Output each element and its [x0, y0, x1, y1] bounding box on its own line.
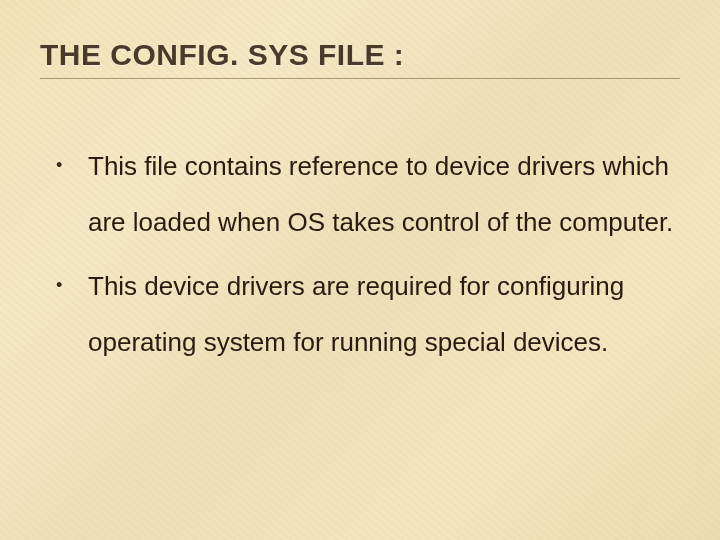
list-item: This device drivers are required for con… [50, 259, 680, 371]
slide-title: THE CONFIG. SYS FILE : [40, 38, 680, 79]
list-item: This file contains reference to device d… [50, 139, 680, 251]
slide: THE CONFIG. SYS FILE : This file contain… [0, 0, 720, 540]
slide-content: This file contains reference to device d… [40, 139, 680, 371]
bullet-list: This file contains reference to device d… [50, 139, 680, 371]
